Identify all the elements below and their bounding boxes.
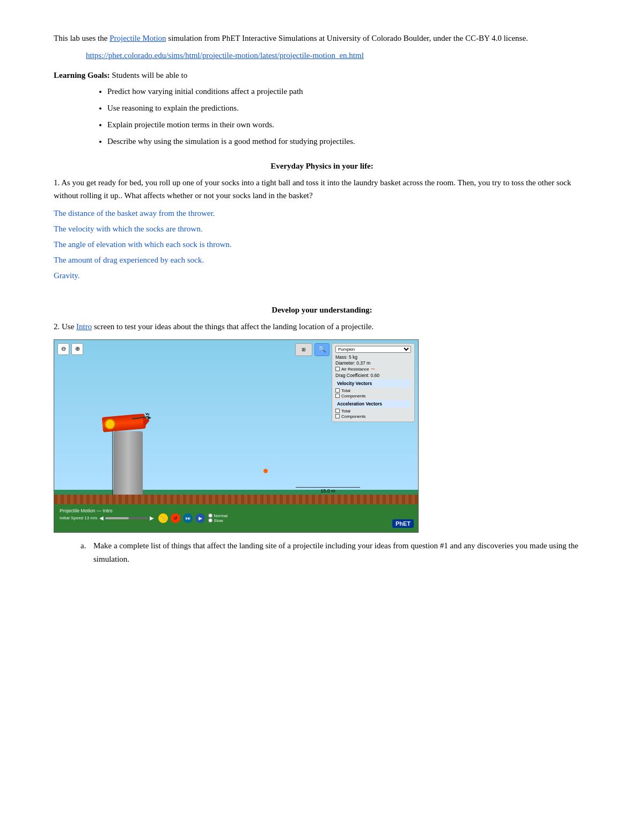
sub-question-a-text: Make a complete list of things that affe… <box>93 539 590 567</box>
velocity-components-row: Components <box>335 394 411 398</box>
answer-5: Gravity. <box>54 269 590 283</box>
zoom-in-button[interactable]: ⊕ <box>71 343 83 355</box>
velocity-components-checkbox[interactable] <box>335 394 340 398</box>
develop-heading: Develop your understanding: <box>54 306 590 315</box>
list-item: Use reasoning to explain the predictions… <box>107 101 590 115</box>
sim-top-toolbar: ⊖ ⊕ <box>57 343 83 355</box>
simulation-screenshot: 0 m v₀ 15.0 m ⊖ ⊕ ⊞ <box>54 339 419 533</box>
list-item: Describe why using the simulation is a g… <box>107 134 590 149</box>
play-pause-button[interactable]: ▶ <box>195 513 205 523</box>
distance-label: 15.0 m <box>320 488 335 494</box>
sim-right-panel: Pumpkin Mass: 5 kg Diameter: 0.37 m Air … <box>332 343 415 422</box>
velocity-total-checkbox[interactable] <box>335 388 340 393</box>
accel-total-row: Total <box>335 409 411 414</box>
camera-button[interactable]: 🔍 <box>314 343 330 356</box>
normal-speed-label[interactable]: Normal <box>208 513 228 518</box>
sim-ground <box>54 495 418 504</box>
velocity-arrow-head <box>148 416 151 420</box>
playback-controls: 📐 ↺ ⏭ ▶ <box>158 513 205 523</box>
answer-3: The angle of elevation with which each s… <box>54 237 590 252</box>
panel-diameter: Diameter: 0.37 m <box>335 360 411 366</box>
sub-question-a: a. Make a complete list of things that a… <box>80 539 590 567</box>
accel-total-checkbox[interactable] <box>335 409 340 413</box>
intro-text-after: simulation from PhET Interactive Simulat… <box>166 34 528 42</box>
initial-speed-label: Initial Speed 13 m/s <box>60 516 97 520</box>
everyday-heading: Everyday Physics in your life: <box>54 162 590 171</box>
velocity-total-row: Total <box>335 388 411 393</box>
measure-button[interactable]: 📐 <box>158 513 168 523</box>
grid-button[interactable]: ⊞ <box>295 343 312 356</box>
accel-components-label: Components <box>341 414 365 419</box>
cannon-wheel <box>104 418 116 430</box>
intro-link[interactable]: Intro <box>76 322 92 331</box>
sim-bottom-label: Projectile Motion — Intro <box>60 508 113 513</box>
marker-line <box>296 487 360 488</box>
step-button[interactable]: ⏭ <box>183 513 193 523</box>
speed-slider[interactable]: ◀ ▶ <box>99 515 154 521</box>
slider-left-icon: ◀ <box>99 515 104 521</box>
phet-url-link[interactable]: https://phet.colorado.edu/sims/html/proj… <box>86 51 364 60</box>
everyday-section: Everyday Physics in your life: 1. As you… <box>54 162 590 283</box>
velocity-components-label: Components <box>341 394 365 398</box>
intro-text-before: This lab uses the <box>54 34 109 42</box>
develop-question: 2. Use Intro screen to test your ideas a… <box>54 320 590 333</box>
sub-question-a-label: a. <box>80 539 89 553</box>
projectile-motion-link[interactable]: Projectile Motion <box>109 34 166 42</box>
sim-top-right-controls: ⊞ 🔍 <box>295 343 330 356</box>
answer-2: The velocity with which the socks are th… <box>54 222 590 236</box>
sim-distance-marker: 15.0 m <box>296 487 360 494</box>
slow-speed-label[interactable]: Slow <box>208 518 228 523</box>
normal-speed-radio[interactable] <box>208 513 213 518</box>
develop-text1: Use <box>60 322 76 331</box>
air-resistance-row: Air Resistance 〜 <box>335 366 411 372</box>
slider-fill <box>105 517 129 519</box>
velocity-section-header: Velocity Vectors <box>335 380 411 387</box>
answer-1: The distance of the basket away from the… <box>54 206 590 221</box>
phet-logo: PhET <box>392 519 414 528</box>
learning-goals-intro: Students will be able to <box>110 71 188 79</box>
develop-question-num: 2. <box>54 322 60 331</box>
sub-questions: a. Make a complete list of things that a… <box>80 539 590 567</box>
accel-section-header: Acceleration Vectors <box>335 400 411 408</box>
develop-text2: screen to test your ideas about the thin… <box>92 322 374 331</box>
sim-projectile <box>264 469 268 473</box>
reset-button[interactable]: ↺ <box>171 513 180 523</box>
zoom-out-button[interactable]: ⊖ <box>57 343 69 355</box>
everyday-question: 1. As you get ready for bed, you roll up… <box>54 176 590 202</box>
panel-drag-coeff: Drag Coefficient: 0.60 <box>335 373 411 378</box>
question-text: As you get ready for bed, you roll up on… <box>54 178 571 200</box>
air-resistance-label: Air Resistance <box>341 367 369 372</box>
slider-track[interactable] <box>105 517 148 519</box>
learning-goals-list: Predict how varying initial conditions a… <box>107 84 590 149</box>
air-resistance-icon: 〜 <box>371 366 375 372</box>
accel-components-checkbox[interactable] <box>335 414 340 418</box>
panel-mass: Mass: 5 kg <box>335 354 411 360</box>
height-line <box>112 430 113 495</box>
accel-total-label: Total <box>341 409 350 414</box>
velocity-total-label: Total <box>341 388 350 393</box>
list-item: Predict how varying initial conditions a… <box>107 84 590 99</box>
speed-mode-controls: Normal Slow <box>208 513 228 523</box>
accel-components-row: Components <box>335 414 411 419</box>
sim-cannon-base <box>113 431 143 496</box>
question-num: 1. <box>54 178 60 187</box>
answer-4: The amount of drag experienced by each s… <box>54 253 590 267</box>
air-resistance-checkbox[interactable] <box>335 367 340 371</box>
list-item: Explain projectile motion terms in their… <box>107 118 590 132</box>
slow-speed-radio[interactable] <box>208 518 213 523</box>
intro-paragraph: This lab uses the Projectile Motion simu… <box>54 32 590 45</box>
learning-goals-heading: Learning Goals: Students will be able to <box>54 71 590 80</box>
slider-right-icon: ▶ <box>150 515 154 521</box>
learning-goals-label: Learning Goals: <box>54 71 110 79</box>
develop-section: Develop your understanding: 2. Use Intro… <box>54 306 590 567</box>
projectile-select[interactable]: Pumpkin <box>335 346 411 353</box>
